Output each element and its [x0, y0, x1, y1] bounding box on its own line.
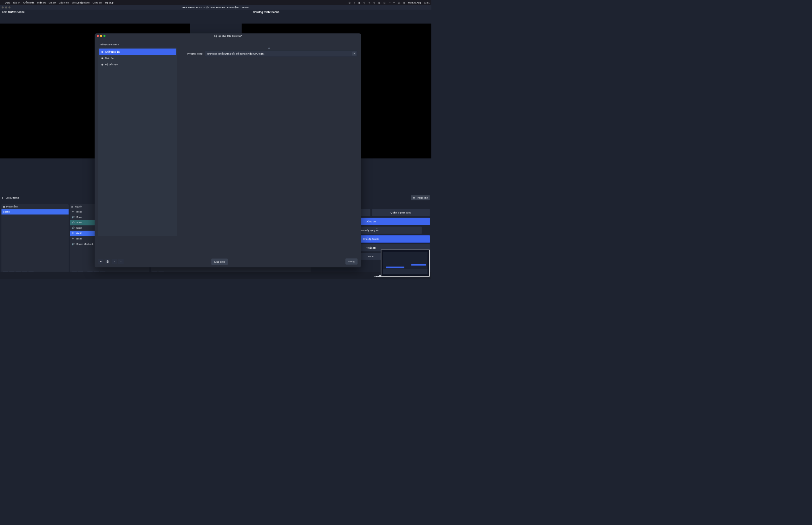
- status-v-icon[interactable]: 𝑽: [354, 1, 355, 4]
- filters-dialog: Bộ lọc cho 'Mic External' Bộ lọc âm than…: [95, 33, 361, 267]
- method-label: Phương pháp: [181, 52, 203, 55]
- scene-item[interactable]: Scene: [1, 209, 69, 214]
- properties-button-label: Thuộc tính: [417, 196, 428, 199]
- source-label: Sound Macbook: [76, 243, 93, 246]
- scene-item-label: Scene: [3, 211, 10, 213]
- properties-button[interactable]: ⚙ Thuộc tính: [411, 195, 430, 200]
- source-label: Mic E: [76, 232, 82, 235]
- macos-menubar: OBS Tập tin Chỉnh sửa Hiển thị Giá đỡ Cấ…: [0, 0, 431, 5]
- dialog-zoom-icon[interactable]: [103, 35, 105, 37]
- selected-source-name: Mic External: [6, 196, 20, 199]
- dialog-bottom-bar: ＋ 🗑 ︿ ﹀ Mặc định Đóng: [95, 256, 361, 267]
- menu-tools[interactable]: Công cụ: [93, 1, 102, 4]
- pip-thumbnail[interactable]: [381, 250, 430, 276]
- menu-file[interactable]: Tập tin: [13, 1, 20, 4]
- status-play-icon[interactable]: ⊙: [373, 1, 375, 4]
- filter-noise-suppression[interactable]: ◉ Khử tiếng ồn: [99, 48, 176, 55]
- manage-broadcast-button[interactable]: Quản lý phát sóng: [372, 209, 430, 216]
- window-traffic-lights: [2, 6, 11, 8]
- speaker-icon: 🔊: [72, 216, 75, 219]
- status-bar: ▁▂▃▅ 00:00:00 00:02:46 CPU:: [0, 272, 431, 279]
- filter-add-button[interactable]: ＋: [98, 259, 103, 264]
- method-row: Phương pháp RNNoise (chất lượng tốt, sử …: [181, 50, 358, 57]
- chevron-updown-icon: ⇵: [352, 52, 356, 56]
- window-close-icon[interactable]: [2, 6, 3, 8]
- scroll-indicator-icon: [268, 48, 270, 49]
- eye-icon[interactable]: ◉: [101, 57, 103, 60]
- filter-remove-button[interactable]: 🗑: [105, 259, 110, 264]
- menu-docks[interactable]: Giá đỡ: [49, 1, 56, 4]
- preview-program-labels: Xem trước: Scene Chương trình: Scene: [0, 10, 431, 14]
- speaker-icon: 🔊: [72, 227, 75, 230]
- microphone-icon: 🎙: [72, 211, 74, 213]
- dialog-close-icon[interactable]: [97, 35, 99, 37]
- status-search-icon[interactable]: ⚲: [393, 1, 395, 4]
- selected-source-label: 🎙 Mic External: [1, 196, 19, 199]
- sources-title-text: Nguồn: [75, 205, 82, 208]
- status-app-icon[interactable]: ▥: [378, 1, 381, 4]
- status-battery-icon[interactable]: ▭: [384, 1, 386, 4]
- scenes-title-text: Phân cảnh: [6, 205, 18, 208]
- source-label: Soun: [76, 216, 82, 219]
- eye-icon[interactable]: ◉: [101, 50, 103, 53]
- scenes-icon: ▦: [3, 205, 5, 208]
- source-label: Mic B: [76, 211, 82, 213]
- menu-scene-collection[interactable]: Bộ sưu tập cảnh: [72, 1, 89, 4]
- filter-label: Khử tiếng ồn: [105, 50, 120, 53]
- filter-label: Mức âm: [105, 57, 114, 60]
- window-minimize-icon[interactable]: [5, 6, 7, 8]
- menu-help[interactable]: Trợ giúp: [105, 1, 114, 4]
- microphone-icon: 🎙: [72, 232, 74, 235]
- status-siri-icon[interactable]: ◉: [403, 1, 405, 4]
- dialog-titlebar: Bộ lọc cho 'Mic External': [95, 33, 361, 39]
- defaults-button[interactable]: Mặc định: [211, 258, 228, 265]
- menubar-date[interactable]: Mon 26 Aug: [408, 1, 421, 4]
- menu-profile[interactable]: Cấu hình: [59, 1, 69, 4]
- status-control-center-icon[interactable]: ☲: [398, 1, 400, 4]
- filter-settings-area: Phương pháp RNNoise (chất lượng tốt, sử …: [181, 41, 358, 256]
- filter-limiter[interactable]: ◉ Bộ giới hạn: [99, 61, 176, 68]
- audio-filters-section-label: Bộ lọc âm thanh: [101, 43, 177, 46]
- microphone-icon: 🎙: [1, 196, 4, 199]
- filter-move-down-button[interactable]: ﹀: [118, 259, 124, 264]
- filter-gain[interactable]: ◉ Mức âm: [99, 55, 176, 61]
- filter-move-up-button[interactable]: ︿: [112, 259, 117, 264]
- speaker-icon: 🔊: [72, 243, 75, 246]
- preview-label: Xem trước: Scene: [1, 11, 25, 14]
- gear-icon: ⚙: [413, 196, 415, 199]
- close-button[interactable]: Đóng: [345, 258, 358, 265]
- menu-edit[interactable]: Chỉnh sửa: [24, 1, 34, 4]
- status-airdrop-icon[interactable]: ⇪: [368, 1, 370, 4]
- menu-view[interactable]: Hiển thị: [37, 1, 46, 4]
- microphone-icon: 🎙: [72, 238, 74, 240]
- window-title: OBS Studio 30.0.2 - Cấu hình: Untitled -…: [182, 6, 249, 9]
- app-name[interactable]: OBS: [5, 1, 10, 4]
- source-label: Soun: [76, 221, 82, 224]
- status-wifi-icon[interactable]: ⌔: [389, 1, 390, 4]
- sources-icon: ▤: [71, 205, 74, 208]
- source-label: Soun: [76, 227, 82, 230]
- status-obs-icon[interactable]: ◎: [349, 1, 350, 4]
- filters-sidebar: Bộ lọc âm thanh ◉ Khử tiếng ồn ◉ Mức âm …: [98, 41, 177, 256]
- filters-list: ◉ Khử tiếng ồn ◉ Mức âm ◉ Bộ giới hạn: [98, 48, 177, 236]
- filter-label: Bộ giới hạn: [105, 63, 118, 66]
- scenes-panel-title: ▦ Phân cảnh: [1, 204, 69, 209]
- dialog-minimize-icon[interactable]: [100, 35, 102, 37]
- speaker-icon: 🔊: [72, 221, 75, 224]
- window-zoom-icon[interactable]: [9, 6, 11, 8]
- method-select-value: RNNoise (chất lượng tốt, sử dụng nhiều C…: [207, 52, 265, 55]
- menubar-time[interactable]: 21:51: [424, 1, 430, 4]
- status-display-icon[interactable]: ▣: [358, 1, 361, 4]
- scenes-panel: ▦ Phân cảnh Scene ＋ 🗑 ▥ ︿ ﹀: [1, 204, 69, 278]
- source-label: Mic M: [76, 238, 82, 240]
- network-bars-icon: ▁▂▃▅: [374, 274, 381, 277]
- status-bluetooth-icon[interactable]: ⚲: [363, 1, 365, 4]
- program-label: Chương trình: Scene: [216, 11, 431, 14]
- window-titlebar: OBS Studio 30.0.2 - Cấu hình: Untitled -…: [0, 5, 431, 10]
- method-select[interactable]: RNNoise (chất lượng tốt, sử dụng nhiều C…: [205, 50, 358, 57]
- eye-icon[interactable]: ◉: [101, 63, 103, 66]
- dialog-title: Bộ lọc cho 'Mic External': [214, 34, 242, 38]
